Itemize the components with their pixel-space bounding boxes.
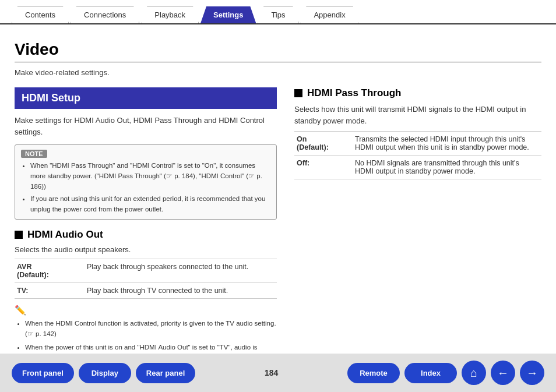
- forward-icon: →: [526, 366, 538, 380]
- tab-contents[interactable]: Contents: [12, 6, 69, 23]
- hdmi-pass-through-header: HDMI Pass Through: [307, 87, 402, 99]
- home-icon: ⌂: [470, 366, 477, 380]
- tab-playback[interactable]: Playback: [141, 6, 199, 23]
- page-subtitle: Make video-related settings.: [15, 68, 541, 77]
- page-divider: [15, 62, 541, 62]
- note-box: NOTE When "HDMI Pass Through" and "HDMI …: [15, 144, 277, 220]
- hdmi-setup-desc: Make settings for HDMI Audio Out, HDMI P…: [15, 115, 277, 137]
- hdmi-pass-through-section: HDMI Pass Through Selects how this unit …: [294, 87, 541, 179]
- pencil-icon: ✏️: [15, 305, 277, 316]
- hdmi-audio-out-section: HDMI Audio Out Selects the audio output …: [15, 229, 277, 363]
- index-btn[interactable]: Index: [404, 363, 457, 383]
- tab-settings[interactable]: Settings: [200, 6, 256, 23]
- table-row: On(Default): Transmits the selected HDMI…: [294, 132, 541, 156]
- table-row: Off: No HDMI signals are transmitted thr…: [294, 156, 541, 179]
- hdmi-audio-out-desc: Selects the audio output speakers.: [15, 245, 277, 254]
- back-btn[interactable]: ←: [491, 361, 515, 385]
- tv-label: TV:: [15, 283, 85, 299]
- tab-appendix[interactable]: Appendix: [300, 6, 358, 23]
- rear-panel-btn[interactable]: Rear panel: [136, 363, 195, 383]
- remote-btn[interactable]: Remote: [347, 363, 400, 383]
- table-row: TV: Play back through TV connected to th…: [15, 283, 277, 299]
- table-row: AVR(Default): Play back through speakers…: [15, 259, 277, 283]
- bottom-nav: Front panel Display Rear panel 184 Remot…: [0, 354, 556, 392]
- hdmi-pass-through-desc: Selects how this unit will transmit HDMI…: [294, 104, 541, 126]
- hdmi-audio-out-header: HDMI Audio Out: [27, 229, 103, 241]
- list-item: When the HDMI Control function is activa…: [25, 318, 277, 340]
- page-title: Video: [15, 40, 541, 59]
- tab-connections[interactable]: Connections: [71, 6, 139, 23]
- hdmi-setup-header: HDMI Setup: [15, 87, 277, 109]
- on-value: Transmits the selected HDMI input throug…: [353, 132, 541, 156]
- page-number: 184: [265, 368, 278, 377]
- tv-value: Play back through TV connected to the un…: [85, 283, 277, 299]
- hdmi-audio-out-table: AVR(Default): Play back through speakers…: [15, 259, 277, 299]
- front-panel-btn[interactable]: Front panel: [12, 363, 74, 383]
- note-content: When "HDMI Pass Through" and "HDMI Contr…: [21, 161, 270, 215]
- home-btn[interactable]: ⌂: [462, 361, 486, 385]
- on-label: On(Default):: [294, 132, 353, 156]
- display-btn[interactable]: Display: [79, 363, 131, 383]
- tab-tips[interactable]: Tips: [258, 6, 298, 23]
- note-label: NOTE: [21, 150, 47, 158]
- off-label: Off:: [294, 156, 353, 179]
- black-square-pass: [294, 89, 302, 97]
- back-icon: ←: [497, 366, 509, 380]
- avr-label: AVR(Default):: [15, 259, 85, 283]
- black-square-audio: [15, 231, 23, 239]
- forward-btn[interactable]: →: [520, 361, 544, 385]
- avr-value: Play back through speakers connected to …: [85, 259, 277, 283]
- hdmi-pass-through-table: On(Default): Transmits the selected HDMI…: [294, 131, 541, 179]
- off-value: No HDMI signals are transmitted through …: [353, 156, 541, 179]
